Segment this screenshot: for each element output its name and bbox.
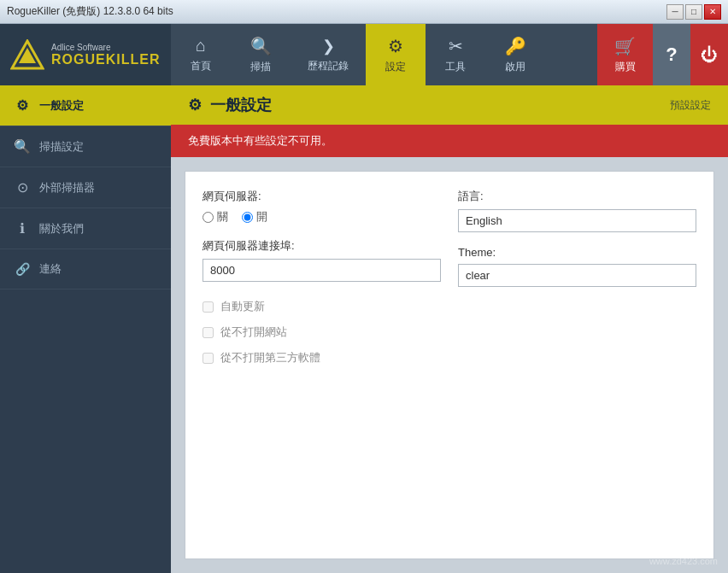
title-bar: RogueKiller (免費版) 12.3.8.0 64 bits ─ □ ✕ (0, 0, 728, 24)
nav-item-history[interactable]: ❯ 歷程記錄 (291, 24, 366, 85)
theme-input[interactable] (458, 264, 696, 287)
top-nav: Adlice Software ROGUEKILLER ⌂ 首頁 🔍 掃描 ❯ … (0, 24, 728, 85)
app-window: Adlice Software ROGUEKILLER ⌂ 首頁 🔍 掃描 ❯ … (0, 24, 728, 573)
sidebar-label-general: 一般設定 (39, 98, 84, 114)
page-header-title: ⚙ 一般設定 (188, 95, 272, 115)
history-icon: ❯ (322, 37, 335, 56)
nav-item-activate[interactable]: 🔑 啟用 (485, 24, 545, 85)
nav-label-history: 歷程記錄 (308, 59, 349, 73)
proxy-port-group: 網頁伺服器連接埠: (203, 238, 441, 282)
general-icon: ⚙ (14, 97, 31, 114)
language-input[interactable] (458, 209, 696, 232)
proxy-radio-group: 關 開 (203, 209, 441, 225)
nav-label-activate: 啟用 (505, 60, 525, 74)
language-label: 語言: (458, 189, 696, 204)
scan-icon: 🔍 (250, 36, 272, 56)
nav-item-settings[interactable]: ⚙ 設定 (366, 24, 426, 85)
sidebar-item-contact[interactable]: 🔗 連絡 (0, 249, 171, 289)
sidebar-item-about[interactable]: ℹ 關於我們 (0, 208, 171, 249)
proxy-on-radio[interactable] (242, 212, 253, 223)
power-icon: ⏻ (701, 45, 718, 65)
sidebar-label-contact: 連絡 (39, 261, 62, 277)
settings-left-column: 網頁伺服器: 關 開 (203, 189, 441, 365)
warning-message: 免費版本中有些設定不可用。 (188, 134, 332, 147)
proxy-off-label: 關 (203, 209, 228, 225)
checkbox-group: 自動更新 從不打開網站 從不打開第三方軟體 (203, 299, 441, 365)
help-button[interactable]: ? (653, 24, 690, 85)
auto-update-text: 自動更新 (220, 299, 265, 314)
logo-text: Adlice Software ROGUEKILLER (51, 43, 160, 67)
power-button[interactable]: ⏻ (690, 24, 728, 85)
nav-item-tools[interactable]: ✂ 工具 (426, 24, 485, 85)
auto-update-label: 自動更新 (203, 299, 441, 314)
never-close-website-text: 從不打開網站 (220, 325, 287, 340)
language-group: 語言: (458, 189, 696, 232)
brand-top: Adlice Software (51, 43, 160, 52)
home-icon: ⌂ (196, 36, 206, 56)
brand-name: ROGUEKILLER (51, 52, 160, 67)
external-scan-icon: ⊙ (14, 179, 31, 196)
never-close-website-label: 從不打開網站 (203, 325, 441, 340)
settings-panel: 網頁伺服器: 關 開 (185, 171, 714, 559)
settings-grid: 網頁伺服器: 關 開 (203, 189, 696, 365)
sidebar-item-general[interactable]: ⚙ 一般設定 (0, 85, 171, 126)
proxy-off-text: 關 (217, 209, 228, 225)
reset-defaults-button[interactable]: 預設設定 (670, 98, 711, 113)
title-bar-controls: ─ □ ✕ (666, 4, 721, 20)
watermark: www.zd423.com (649, 556, 718, 566)
page-title: 一般設定 (210, 95, 272, 115)
contact-icon: 🔗 (14, 262, 31, 276)
nav-label-scan: 掃描 (250, 60, 271, 74)
nav-item-scan[interactable]: 🔍 掃描 (231, 24, 291, 85)
tools-icon: ✂ (449, 36, 463, 56)
minimize-button[interactable]: ─ (666, 4, 684, 20)
never-close-website-checkbox[interactable] (203, 327, 214, 338)
sidebar-label-scan-settings: 掃描設定 (39, 139, 84, 155)
nav-items: ⌂ 首頁 🔍 掃描 ❯ 歷程記錄 ⚙ 設定 ✂ 工具 🔑 啟用 (171, 24, 597, 85)
warning-bar: 免費版本中有些設定不可用。 (171, 125, 728, 157)
cart-icon: 🛒 (614, 36, 636, 56)
page-header-icon: ⚙ (188, 96, 202, 114)
nav-item-home[interactable]: ⌂ 首頁 (171, 24, 231, 85)
proxy-server-group: 網頁伺服器: 關 開 (203, 189, 441, 225)
auto-update-checkbox[interactable] (203, 301, 214, 313)
never-close-third-party-checkbox[interactable] (203, 353, 214, 364)
maximize-button[interactable]: □ (685, 4, 702, 20)
proxy-port-input[interactable] (203, 259, 441, 282)
settings-right-column: 語言: Theme: (458, 189, 696, 365)
settings-icon: ⚙ (388, 36, 403, 56)
title-bar-left: RogueKiller (免費版) 12.3.8.0 64 bits (7, 4, 173, 19)
proxy-on-label: 開 (242, 209, 267, 225)
never-close-third-party-text: 從不打開第三方軟體 (220, 350, 320, 365)
logo-area: Adlice Software ROGUEKILLER (0, 24, 171, 85)
sidebar-item-external-scan[interactable]: ⊙ 外部掃描器 (0, 167, 171, 208)
content-area: ⚙ 一般設定 🔍 掃描設定 ⊙ 外部掃描器 ℹ 關於我們 🔗 連絡 (0, 85, 728, 573)
proxy-port-label: 網頁伺服器連接埠: (203, 238, 441, 254)
theme-label: Theme: (458, 246, 696, 259)
sidebar-item-scan-settings[interactable]: 🔍 掃描設定 (0, 126, 171, 167)
activate-icon: 🔑 (505, 36, 526, 56)
nav-label-tools: 工具 (445, 60, 466, 74)
main-content: ⚙ 一般設定 預設設定 免費版本中有些設定不可用。 網頁伺服器: (171, 85, 728, 573)
sidebar: ⚙ 一般設定 🔍 掃描設定 ⊙ 外部掃描器 ℹ 關於我們 🔗 連絡 (0, 85, 171, 573)
proxy-server-label: 網頁伺服器: (203, 189, 441, 204)
nav-item-cart[interactable]: 🛒 購買 (597, 24, 653, 85)
sidebar-label-about: 關於我們 (39, 221, 84, 237)
nav-label-cart: 購買 (615, 60, 636, 74)
nav-label-home: 首頁 (191, 59, 211, 73)
close-button[interactable]: ✕ (704, 4, 721, 20)
scan-settings-icon: 🔍 (14, 138, 31, 155)
proxy-off-radio[interactable] (203, 212, 214, 223)
page-header: ⚙ 一般設定 預設設定 (171, 85, 728, 125)
about-icon: ℹ (14, 220, 31, 237)
nav-label-settings: 設定 (385, 60, 406, 74)
theme-group: Theme: (458, 246, 696, 287)
proxy-on-text: 開 (256, 209, 267, 225)
sidebar-label-external-scan: 外部掃描器 (39, 180, 95, 196)
app-title: RogueKiller (免費版) 12.3.8.0 64 bits (7, 4, 173, 19)
logo-icon (10, 39, 44, 70)
never-close-third-party-label: 從不打開第三方軟體 (203, 350, 441, 365)
